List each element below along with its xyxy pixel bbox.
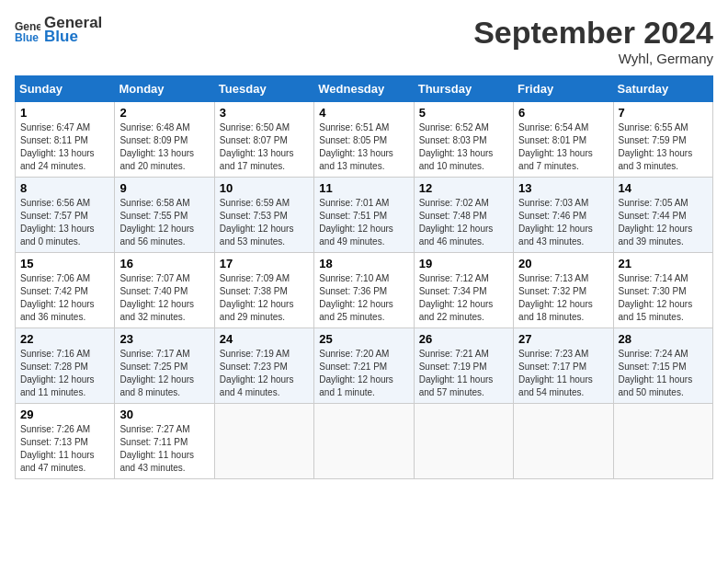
calendar-day-cell: 18Sunrise: 7:10 AMSunset: 7:36 PMDayligh… <box>314 253 414 328</box>
day-detail: Sunrise: 7:24 AMSunset: 7:15 PMDaylight:… <box>619 349 693 397</box>
calendar-day-cell: 20Sunrise: 7:13 AMSunset: 7:32 PMDayligh… <box>514 253 613 328</box>
day-detail: Sunrise: 7:10 AMSunset: 7:36 PMDaylight:… <box>319 273 393 322</box>
day-detail: Sunrise: 6:51 AMSunset: 8:05 PMDaylight:… <box>319 122 393 171</box>
calendar-day-cell: 30Sunrise: 7:27 AMSunset: 7:11 PMDayligh… <box>115 404 214 479</box>
day-detail: Sunrise: 7:03 AMSunset: 7:46 PMDaylight:… <box>518 198 593 247</box>
svg-text:Blue: Blue <box>15 31 39 43</box>
day-number: 25 <box>319 332 408 346</box>
day-number: 21 <box>619 257 708 270</box>
day-detail: Sunrise: 7:19 AMSunset: 7:23 PMDaylight:… <box>220 349 294 397</box>
calendar-day-cell: 26Sunrise: 7:21 AMSunset: 7:19 PMDayligh… <box>414 328 513 404</box>
col-sunday: Sunday <box>16 76 115 102</box>
calendar-day-cell: 27Sunrise: 7:23 AMSunset: 7:17 PMDayligh… <box>514 328 613 404</box>
day-number: 7 <box>619 106 708 120</box>
day-number: 14 <box>619 181 708 195</box>
calendar-day-cell: 4Sunrise: 6:51 AMSunset: 8:05 PMDaylight… <box>314 102 414 178</box>
day-number: 11 <box>319 181 408 195</box>
calendar-day-cell: 5Sunrise: 6:52 AMSunset: 8:03 PMDaylight… <box>414 102 513 178</box>
logo: General Blue General Blue <box>15 15 102 45</box>
calendar-day-cell: 28Sunrise: 7:24 AMSunset: 7:15 PMDayligh… <box>613 328 712 404</box>
day-number: 22 <box>20 332 109 346</box>
day-detail: Sunrise: 7:17 AMSunset: 7:25 PMDaylight:… <box>119 349 194 397</box>
day-number: 3 <box>220 106 309 120</box>
day-detail: Sunrise: 7:05 AMSunset: 7:44 PMDaylight:… <box>619 198 693 247</box>
day-number: 30 <box>119 408 209 421</box>
calendar-week-row: 1Sunrise: 6:47 AMSunset: 8:11 PMDaylight… <box>16 102 713 178</box>
calendar-day-cell: 16Sunrise: 7:07 AMSunset: 7:40 PMDayligh… <box>115 253 214 328</box>
col-thursday: Thursday <box>414 76 513 102</box>
day-detail: Sunrise: 6:56 AMSunset: 7:57 PMDaylight:… <box>20 198 95 247</box>
day-number: 15 <box>20 257 109 270</box>
calendar-week-row: 22Sunrise: 7:16 AMSunset: 7:28 PMDayligh… <box>16 328 713 404</box>
calendar-day-cell: 21Sunrise: 7:14 AMSunset: 7:30 PMDayligh… <box>613 253 712 328</box>
day-detail: Sunrise: 7:27 AMSunset: 7:11 PMDaylight:… <box>119 424 194 473</box>
calendar-day-cell <box>314 404 414 479</box>
calendar-body: 1Sunrise: 6:47 AMSunset: 8:11 PMDaylight… <box>16 102 713 479</box>
day-detail: Sunrise: 7:09 AMSunset: 7:38 PMDaylight:… <box>220 273 294 322</box>
day-number: 6 <box>518 106 608 120</box>
calendar-day-cell: 10Sunrise: 6:59 AMSunset: 7:53 PMDayligh… <box>214 178 313 253</box>
day-number: 20 <box>518 257 608 270</box>
calendar-day-cell: 11Sunrise: 7:01 AMSunset: 7:51 PMDayligh… <box>314 178 414 253</box>
calendar-day-cell: 13Sunrise: 7:03 AMSunset: 7:46 PMDayligh… <box>514 178 613 253</box>
day-detail: Sunrise: 7:07 AMSunset: 7:40 PMDaylight:… <box>119 273 194 322</box>
calendar-week-row: 15Sunrise: 7:06 AMSunset: 7:42 PMDayligh… <box>16 253 713 328</box>
generalblue-icon: General Blue <box>15 17 40 43</box>
calendar-day-cell: 25Sunrise: 7:20 AMSunset: 7:21 PMDayligh… <box>314 328 414 404</box>
calendar-day-cell: 22Sunrise: 7:16 AMSunset: 7:28 PMDayligh… <box>16 328 115 404</box>
calendar-table: Sunday Monday Tuesday Wednesday Thursday… <box>15 75 713 479</box>
day-number: 9 <box>119 181 209 195</box>
calendar-day-cell: 1Sunrise: 6:47 AMSunset: 8:11 PMDaylight… <box>16 102 115 178</box>
day-number: 10 <box>220 181 309 195</box>
title-area: September 2024 Wyhl, Germany <box>473 15 713 66</box>
calendar-day-cell: 17Sunrise: 7:09 AMSunset: 7:38 PMDayligh… <box>214 253 313 328</box>
col-tuesday: Tuesday <box>214 76 313 102</box>
day-number: 23 <box>119 332 209 346</box>
header: General Blue General Blue September 2024… <box>15 15 713 66</box>
day-detail: Sunrise: 6:54 AMSunset: 8:01 PMDaylight:… <box>518 122 593 171</box>
day-number: 12 <box>419 181 508 195</box>
day-detail: Sunrise: 7:23 AMSunset: 7:17 PMDaylight:… <box>518 349 593 397</box>
calendar-day-cell <box>514 404 613 479</box>
day-number: 28 <box>619 332 708 346</box>
col-saturday: Saturday <box>613 76 712 102</box>
calendar-day-cell: 19Sunrise: 7:12 AMSunset: 7:34 PMDayligh… <box>414 253 513 328</box>
calendar-day-cell: 24Sunrise: 7:19 AMSunset: 7:23 PMDayligh… <box>214 328 313 404</box>
day-detail: Sunrise: 6:47 AMSunset: 8:11 PMDaylight:… <box>20 122 95 171</box>
calendar-day-cell: 23Sunrise: 7:17 AMSunset: 7:25 PMDayligh… <box>115 328 214 404</box>
col-wednesday: Wednesday <box>314 76 414 102</box>
calendar-header-row: Sunday Monday Tuesday Wednesday Thursday… <box>16 76 713 102</box>
calendar-day-cell: 3Sunrise: 6:50 AMSunset: 8:07 PMDaylight… <box>214 102 313 178</box>
day-number: 26 <box>419 332 508 346</box>
calendar-week-row: 8Sunrise: 6:56 AMSunset: 7:57 PMDaylight… <box>16 178 713 253</box>
calendar-day-cell: 9Sunrise: 6:58 AMSunset: 7:55 PMDaylight… <box>115 178 214 253</box>
calendar-day-cell: 2Sunrise: 6:48 AMSunset: 8:09 PMDaylight… <box>115 102 214 178</box>
day-number: 13 <box>518 181 608 195</box>
day-number: 19 <box>419 257 508 270</box>
day-number: 4 <box>319 106 408 120</box>
day-number: 17 <box>220 257 309 270</box>
day-detail: Sunrise: 7:16 AMSunset: 7:28 PMDaylight:… <box>20 349 95 397</box>
month-title: September 2024 <box>473 15 713 51</box>
day-number: 24 <box>220 332 309 346</box>
calendar-day-cell <box>214 404 313 479</box>
day-number: 1 <box>20 106 109 120</box>
col-friday: Friday <box>514 76 613 102</box>
calendar-day-cell: 8Sunrise: 6:56 AMSunset: 7:57 PMDaylight… <box>16 178 115 253</box>
day-number: 27 <box>518 332 608 346</box>
calendar-day-cell: 6Sunrise: 6:54 AMSunset: 8:01 PMDaylight… <box>514 102 613 178</box>
day-number: 16 <box>119 257 209 270</box>
day-detail: Sunrise: 7:20 AMSunset: 7:21 PMDaylight:… <box>319 349 393 397</box>
day-detail: Sunrise: 7:01 AMSunset: 7:51 PMDaylight:… <box>319 198 393 247</box>
calendar-day-cell: 15Sunrise: 7:06 AMSunset: 7:42 PMDayligh… <box>16 253 115 328</box>
logo-blue-text: Blue <box>44 29 102 46</box>
day-detail: Sunrise: 7:12 AMSunset: 7:34 PMDaylight:… <box>419 273 494 322</box>
day-number: 8 <box>20 181 109 195</box>
day-detail: Sunrise: 7:14 AMSunset: 7:30 PMDaylight:… <box>619 273 693 322</box>
day-number: 29 <box>20 408 109 421</box>
calendar-day-cell: 12Sunrise: 7:02 AMSunset: 7:48 PMDayligh… <box>414 178 513 253</box>
day-detail: Sunrise: 6:50 AMSunset: 8:07 PMDaylight:… <box>220 122 294 171</box>
calendar-week-row: 29Sunrise: 7:26 AMSunset: 7:13 PMDayligh… <box>16 404 713 479</box>
day-number: 2 <box>119 106 209 120</box>
day-detail: Sunrise: 7:26 AMSunset: 7:13 PMDaylight:… <box>20 424 95 473</box>
